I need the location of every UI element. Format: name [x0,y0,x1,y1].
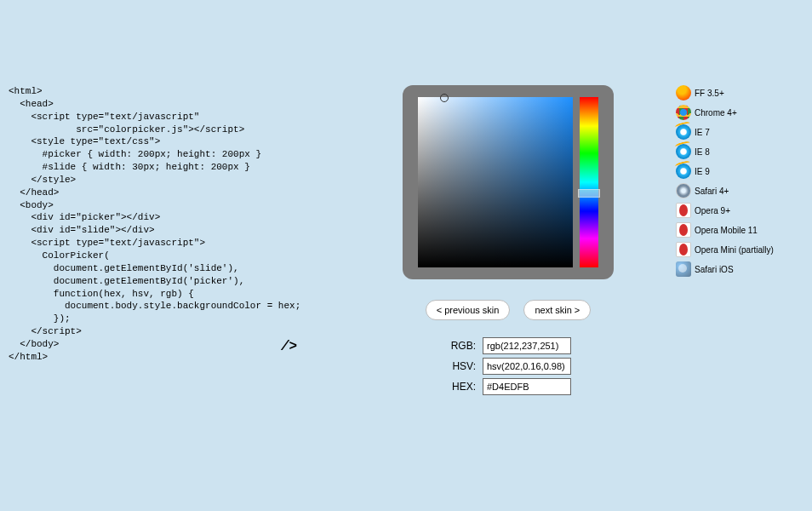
browser-label: Opera Mobile 11 [695,226,758,235]
hsv-row: HSV: [445,358,571,375]
rgb-row: RGB: [445,337,571,354]
hex-row: HEX: [445,378,571,395]
browser-item: Safari iOS [676,261,803,277]
browser-item: Opera 9+ [676,203,803,218]
ff-browser-icon [676,85,691,100]
browser-item: IE 9 [676,164,803,179]
ie-browser-icon [676,164,691,179]
skin-button-row: < previous skin next skin > [426,300,592,320]
browser-item: Safari 4+ [676,183,803,198]
browser-item: Opera Mini (partially) [676,242,803,257]
sfios-browser-icon [676,261,691,277]
browser-label: IE 9 [695,167,710,176]
code-example: <html> <head> <script type="text/javascr… [0,85,340,511]
saturation-value-picker[interactable] [418,97,573,267]
browser-item: Opera Mobile 11 [676,222,803,238]
browser-label: IE 8 [695,147,710,157]
hsv-input[interactable] [483,358,571,375]
ie-browser-icon [676,124,691,140]
op-browser-icon [676,222,691,238]
hex-label: HEX: [445,381,483,393]
rgb-input[interactable] [483,337,571,354]
picker-column: < previous skin next skin > RGB: HSV: HE… [340,85,676,511]
op-browser-icon [676,242,691,257]
browser-item: IE 7 [676,124,803,140]
hue-slider-cursor[interactable] [578,189,600,198]
sv-picker-cursor[interactable] [440,94,449,102]
color-picker-panel [403,85,614,279]
browser-label: Opera Mini (partially) [695,245,774,255]
next-skin-button[interactable]: next skin > [523,300,591,320]
browser-item: Chrome 4+ [676,105,803,120]
browser-item: IE 8 [676,144,803,159]
hue-slider[interactable] [580,97,598,267]
browser-label: FF 3.5+ [695,89,724,98]
ie-browser-icon [676,144,691,159]
previous-skin-button[interactable]: < previous skin [426,300,511,320]
browser-label: Chrome 4+ [695,108,737,118]
rgb-label: RGB: [445,340,483,352]
browser-label: Safari 4+ [695,187,729,196]
browser-label: IE 7 [695,128,710,137]
code-cursor: /> [281,339,297,354]
code-block: <html> <head> <script type="text/javascr… [9,85,340,364]
hex-input[interactable] [483,378,571,395]
sf-browser-icon [676,183,691,198]
ch-browser-icon [676,105,691,120]
op-browser-icon [676,203,691,218]
hsv-label: HSV: [445,360,483,372]
browser-label: Safari iOS [695,265,734,274]
browser-label: Opera 9+ [695,206,730,215]
browser-item: FF 3.5+ [676,85,803,100]
color-values-table: RGB: HSV: HEX: [445,337,571,399]
browser-support-list: FF 3.5+Chrome 4+IE 7IE 8IE 9Safari 4+Ope… [676,85,812,511]
